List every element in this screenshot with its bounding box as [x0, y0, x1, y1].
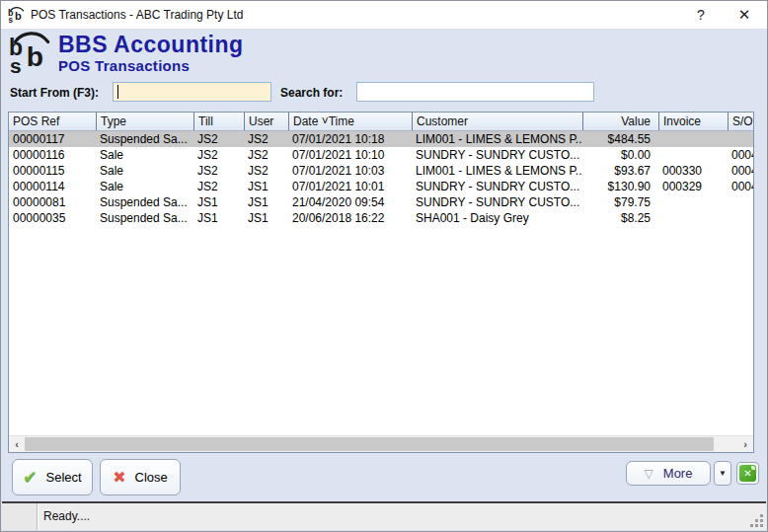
horizontal-scrollbar[interactable]: ‹ › — [9, 435, 753, 452]
cell-till: JS2 — [193, 147, 244, 163]
close-button[interactable]: ✖ Close — [100, 459, 181, 495]
select-button[interactable]: ✔ Select — [12, 459, 93, 495]
cell-customer: SUNDRY - SUNDRY CUSTO... — [412, 179, 582, 194]
close-button-label: Close — [135, 470, 168, 485]
cell-type: Sale — [96, 147, 193, 163]
scrollbar-track[interactable] — [714, 436, 737, 452]
status-bar: Ready.... — [2, 503, 766, 530]
cell-value: $130.90 — [582, 179, 658, 194]
column-header-till[interactable]: Till — [193, 113, 244, 130]
cell-customer: LIM001 - LIMES & LEMONS P... — [412, 131, 582, 147]
table-row[interactable]: 00000114SaleJS2JS107/01/2021 10:01SUNDRY… — [9, 179, 753, 194]
cell-invoice — [658, 131, 728, 147]
cell-till: JS2 — [193, 131, 244, 147]
scroll-right-arrow[interactable]: › — [737, 436, 753, 452]
cell-type: Suspended Sa... — [96, 210, 193, 226]
more-button[interactable]: ▽ More — [626, 461, 711, 486]
cell-pos-ref: 00000114 — [9, 179, 96, 194]
column-header-type[interactable]: Type — [96, 113, 193, 130]
cell-date-time: 21/04/2020 09:54 — [288, 194, 412, 210]
start-from-input[interactable] — [113, 82, 271, 102]
table-header: POS Ref Type Till User Date ˅Time Custom… — [9, 113, 753, 131]
scrollbar-thumb[interactable] — [25, 437, 714, 451]
search-for-label: Search for: — [280, 86, 343, 100]
transactions-table: POS Ref Type Till User Date ˅Time Custom… — [8, 112, 754, 453]
cell-customer: SUNDRY - SUNDRY CUSTO... — [412, 147, 582, 163]
column-header-customer[interactable]: Customer — [412, 113, 582, 130]
cell-date-time: 07/01/2021 10:01 — [288, 179, 412, 194]
search-input[interactable] — [356, 82, 594, 102]
column-header-value[interactable]: Value — [582, 113, 658, 130]
cell-date-time: 07/01/2021 10:03 — [288, 163, 412, 179]
window-close-button[interactable]: ✕ — [730, 1, 759, 29]
cell-pos-ref: 00000035 — [9, 210, 96, 226]
cell-till: JS1 — [193, 210, 244, 226]
column-header-invoice[interactable]: Invoice — [658, 113, 728, 130]
check-icon: ✔ — [23, 467, 37, 488]
cell-value: $484.55 — [582, 131, 658, 147]
cell-customer: SHA001 - Daisy Grey — [412, 210, 582, 226]
cell-invoice — [658, 194, 728, 210]
help-button[interactable]: ? — [686, 1, 716, 29]
cell-pos-ref: 00000115 — [9, 163, 96, 179]
cell-value: $79.75 — [582, 194, 658, 210]
cell-date-time: 07/01/2021 10:18 — [288, 131, 412, 147]
page-title: POS Transactions — [58, 57, 190, 74]
cell-value: $93.67 — [582, 163, 658, 179]
status-text: Ready.... — [38, 503, 766, 530]
scroll-left-arrow[interactable]: ‹ — [9, 436, 25, 452]
text-caret — [117, 85, 118, 99]
cell-user: JS1 — [244, 194, 288, 210]
svg-text:b: b — [27, 40, 43, 72]
table-body: 00000117Suspended Sa...JS2JS207/01/2021 … — [9, 131, 753, 435]
cell-user: JS2 — [244, 131, 288, 147]
excel-icon: ✕ — [739, 465, 756, 482]
table-row[interactable]: 00000116SaleJS2JS207/01/2021 10:10SUNDRY… — [9, 147, 753, 163]
cell-so: 00043 — [728, 147, 753, 163]
cell-invoice — [658, 147, 728, 163]
cell-user: JS2 — [244, 163, 288, 179]
column-header-user[interactable]: User — [244, 113, 288, 130]
brand-name: BBS Accounting — [58, 32, 244, 58]
dropdown-arrow-icon: ▼ — [719, 469, 727, 478]
table-row[interactable]: 00000115SaleJS2JS207/01/2021 10:03LIM001… — [9, 163, 753, 179]
cell-date-time: 20/06/2018 16:22 — [288, 210, 412, 226]
resize-grip[interactable] — [750, 514, 763, 527]
cell-pos-ref: 00000081 — [9, 194, 96, 210]
cell-value: $0.00 — [582, 147, 658, 163]
column-header-pos-ref[interactable]: POS Ref — [9, 113, 96, 130]
table-row[interactable]: 00000035Suspended Sa...JS1JS120/06/2018 … — [9, 210, 753, 226]
bbs-logo: b s b — [9, 31, 54, 74]
cell-user: JS1 — [244, 210, 288, 226]
more-dropdown-button[interactable]: ▼ — [714, 461, 731, 486]
pos-transactions-window: b s b POS Transactions - ABC Trading Pty… — [0, 0, 768, 532]
cell-pos-ref: 00000117 — [9, 131, 96, 147]
select-button-label: Select — [46, 470, 82, 485]
more-button-label: More — [663, 466, 693, 481]
cell-invoice: 000329 — [658, 179, 728, 194]
cell-type: Suspended Sa... — [96, 131, 193, 147]
table-row[interactable]: 00000081Suspended Sa...JS1JS121/04/2020 … — [9, 194, 753, 210]
app-logo-icon: b s b — [8, 6, 26, 24]
cell-so: 00042 — [728, 179, 753, 194]
column-header-date-time[interactable]: Date ˅Time — [288, 113, 412, 130]
status-left-cell — [2, 503, 38, 530]
start-from-label: Start From (F3): — [10, 86, 99, 100]
cell-type: Sale — [96, 163, 193, 179]
svg-text:s: s — [10, 54, 22, 74]
cell-till: JS2 — [193, 163, 244, 179]
cell-so — [728, 210, 753, 226]
cell-user: JS1 — [244, 179, 288, 194]
cell-so — [728, 194, 753, 210]
column-header-so[interactable]: S/O — [728, 113, 753, 130]
cell-type: Suspended Sa... — [96, 194, 193, 210]
cell-user: JS2 — [244, 147, 288, 163]
cell-pos-ref: 00000116 — [9, 147, 96, 163]
export-excel-button[interactable]: ✕ — [736, 462, 759, 485]
cell-till: JS1 — [193, 194, 244, 210]
cell-value: $8.25 — [582, 210, 658, 226]
cell-type: Sale — [96, 179, 193, 194]
dialog-content: b s b BBS Accounting POS Transactions St… — [2, 29, 766, 530]
window-title: POS Transactions - ABC Trading Pty Ltd — [31, 1, 243, 29]
table-row[interactable]: 00000117Suspended Sa...JS2JS207/01/2021 … — [9, 131, 753, 147]
